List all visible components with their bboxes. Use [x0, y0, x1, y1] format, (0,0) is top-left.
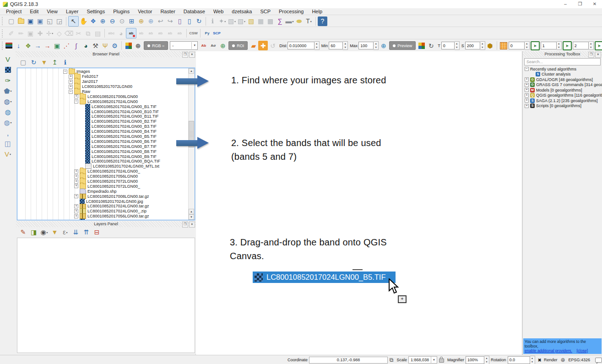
expand-expander-icon[interactable]: + — [74, 184, 78, 188]
min-field[interactable]: 60▲▼ — [329, 41, 348, 50]
toolbox-close-button[interactable]: ✕ — [595, 52, 601, 58]
tree-item-lc80010852017024lgn00-b3-tif[interactable]: LC80010852017024LGN00_B3.TIF — [17, 124, 195, 129]
scp-scatter-plot-icon[interactable]: ⋰ — [62, 41, 71, 50]
menu-database[interactable]: Database — [179, 9, 209, 14]
scp-classification-icon[interactable] — [124, 41, 133, 50]
expand-expander-icon[interactable]: + — [69, 75, 73, 79]
identify-features-icon[interactable]: ℹ — [208, 16, 217, 26]
manage-map-themes-icon[interactable]: ◨ — [29, 228, 38, 237]
dropdown-arrow-icon[interactable]: ▾ — [52, 32, 53, 35]
dropdown-arrow-icon[interactable]: ▾ — [10, 152, 11, 156]
label-option-1-icon[interactable]: ab — [136, 28, 146, 38]
layers-list[interactable] — [17, 238, 195, 353]
s-field-input[interactable]: 200 — [465, 42, 480, 49]
menu-processing[interactable]: Processing — [275, 9, 308, 14]
tree-item-recently-used-algorithms[interactable]: −Recently used algorithms — [523, 66, 602, 72]
band1-field[interactable]: 1▲▼ — [541, 41, 562, 50]
touch-zoom-pan-icon[interactable]: ↖ — [68, 16, 79, 27]
spinner-arrows[interactable]: ▲▼ — [557, 41, 562, 50]
deselect-features-icon[interactable]: ▧▾ — [237, 16, 246, 26]
tree-item-lc80010852017072lgn00[interactable]: +LC80010852017072LGN00 — [17, 179, 195, 184]
add-wms-layer-icon[interactable]: ◍ — [3, 107, 13, 117]
zoom-full-icon[interactable]: ⊞ — [127, 16, 136, 26]
menu-plugins[interactable]: Plugins — [109, 9, 134, 14]
dropdown-arrow-icon[interactable]: ▾ — [11, 100, 12, 103]
move-feature-icon[interactable]: ✛▾ — [45, 28, 54, 38]
zoom-in-icon[interactable]: ⊕ — [98, 16, 108, 26]
add-virtual-layer-icon[interactable]: ◫ — [3, 139, 13, 148]
scroll-up-button[interactable]: ▲ — [189, 68, 194, 74]
label-option-4-icon[interactable]: ab — [165, 28, 175, 38]
magnifier-arrows[interactable]: ▲▼ — [484, 356, 489, 364]
dist-field-input[interactable]: 0.010000 — [287, 42, 315, 49]
help-icon[interactable]: ? — [318, 16, 327, 26]
dropdown-arrow-icon[interactable]: ▾ — [234, 20, 236, 23]
min-field-input[interactable]: 60 — [329, 42, 343, 49]
node-tool-icon[interactable]: ◇ — [54, 28, 64, 38]
rgb-combo[interactable]: -▼ — [170, 41, 198, 50]
python-console-icon[interactable]: Py — [202, 28, 212, 38]
spinner-arrows[interactable]: ▲▼ — [525, 41, 530, 50]
toggle-editing-icon[interactable]: ✏ — [16, 28, 26, 38]
zoom-out-icon[interactable]: ⊖ — [108, 16, 117, 26]
scp-band-tree-icon[interactable]: Ψ — [100, 41, 110, 50]
layers-float-button[interactable]: ❐ — [182, 222, 188, 228]
menu-vector[interactable]: Vector — [134, 9, 156, 14]
new-project-icon[interactable]: ▢ — [6, 16, 16, 26]
spinner-arrows[interactable]: ▲▼ — [589, 41, 594, 50]
dragged-band-item[interactable]: LC80010852017024LGN00_B5.TIF — [253, 272, 396, 283]
roi-polygon-icon[interactable]: ▰ — [249, 41, 258, 50]
collapse-expander-icon[interactable]: − — [525, 67, 529, 71]
menu-help[interactable]: Help — [308, 9, 326, 14]
browser-filter-icon[interactable]: ▼ — [39, 58, 49, 67]
tree-item-lc80010852017024lgn00-b10-tif[interactable]: LC80010852017024LGN00_B10.TIF — [17, 109, 195, 114]
expand-expander-icon[interactable]: + — [525, 104, 529, 108]
show-statistics-icon[interactable]: ∑ — [275, 16, 285, 26]
roi-undo-icon[interactable]: ↺ — [268, 41, 277, 50]
menu-project[interactable]: Project — [2, 9, 26, 14]
roi-add-icon[interactable]: ✚ — [258, 41, 268, 50]
map-tips-icon[interactable]: ⬬ — [294, 16, 304, 26]
restore-button[interactable]: ❐ — [573, 0, 587, 8]
pan-map-icon[interactable]: ✋ — [79, 16, 88, 26]
tree-item-models-0-geoalgorithms-[interactable]: +MModels [0 geoalgorithms] — [523, 87, 602, 93]
browser-close-button[interactable]: ✕ — [189, 52, 195, 58]
tree-item-lc80010852017024lgn00-bqa-tif[interactable]: LC80010852017024LGN00_BQA.TIF — [17, 159, 195, 164]
browser-tree[interactable]: −Images+Feb2017+Jan2017+LC80010852017072… — [17, 68, 195, 220]
scp-save-image-icon[interactable]: ▣ — [52, 41, 62, 50]
filter-by-expression-icon[interactable]: ε▾ — [60, 228, 70, 237]
metasearch-csw-icon[interactable]: CSW — [189, 28, 198, 38]
scp-alg-sigma-icon[interactable]: Aσ — [208, 41, 218, 50]
add-vector-layer-icon[interactable]: V — [3, 54, 13, 64]
dropdown-arrow-icon[interactable]: ▾ — [244, 20, 245, 23]
expand-expander-icon[interactable]: + — [74, 94, 78, 98]
add-spatialite-layer-icon[interactable]: ◍▾ — [3, 97, 13, 106]
add-postgis-layer-icon[interactable]: ⬟▾ — [3, 86, 13, 96]
expand-expander-icon[interactable]: + — [525, 83, 529, 87]
scp-download-images-icon[interactable]: ↓ — [14, 41, 23, 50]
tree-item-scripts-0-geoalgorithms-[interactable]: +SScripts [0 geoalgorithms] — [523, 103, 602, 109]
spinner-arrows[interactable]: ▲▼ — [455, 41, 460, 50]
scp-spectral-signature-icon[interactable]: ∫ — [71, 41, 81, 50]
pan-to-selection-icon[interactable]: ❖ — [88, 16, 98, 26]
tree-item-lc80010852017008lgn00-tar-gz[interactable]: +LC80010852017008LGN00.tar.gz — [17, 194, 195, 199]
scp-plugin-icon[interactable]: SCP — [212, 28, 222, 38]
expand-expander-icon[interactable]: + — [74, 169, 78, 174]
coordinate-input[interactable]: 0.137,-0.988 — [309, 357, 388, 364]
toolbox-tree[interactable]: −Recently used algorithmsSCluster analys… — [523, 66, 602, 109]
preview-zoom-icon[interactable]: ⊕ — [379, 41, 388, 50]
dropdown-arrow-icon[interactable]: ▾ — [292, 20, 293, 23]
collapse-expander-icon[interactable]: − — [74, 99, 78, 103]
render-checkbox[interactable]: ✖ — [538, 358, 542, 363]
layer-styling-icon[interactable]: ✎ — [18, 228, 28, 237]
expand-expander-icon[interactable]: + — [525, 88, 529, 92]
scale-combo[interactable]: 1:868,038 ▼ — [408, 356, 437, 364]
band2-field[interactable]: 2▲▼ — [573, 41, 594, 50]
select-by-expression-icon[interactable]: ▧ — [246, 16, 256, 26]
tree-item-lc80010852017056lgn00[interactable]: +LC80010852017056LGN00 — [17, 174, 195, 179]
expand-expander-icon[interactable]: + — [74, 209, 78, 213]
menu-dzetsaka[interactable]: dzetsaka — [228, 9, 256, 14]
zoom-to-layer-icon[interactable]: ⊕ — [146, 16, 156, 26]
scp-band-set-icon[interactable] — [4, 41, 14, 50]
select-features-icon[interactable]: ▧▾ — [227, 16, 237, 26]
